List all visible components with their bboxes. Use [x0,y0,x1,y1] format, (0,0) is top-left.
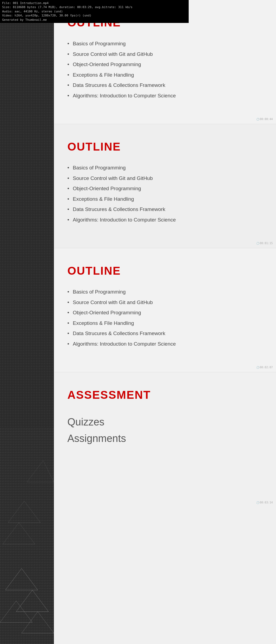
list-item: Data Strucures & Collections Framework [67,330,263,338]
metadata-bar: File: 001 Introduction.mp4 Size: 8118608… [0,0,189,23]
list-item: Source Control with Git and GitHub [67,175,263,182]
slide-2-timestamp: 🕐00:01:15 [256,242,273,245]
list-item: Basics of Programming [67,40,263,48]
list-item: Source Control with Git and GitHub [67,299,263,306]
list-item: Data Strucures & Collections Framework [67,81,263,89]
slide-1-list: Basics of Programming Source Control wit… [67,40,263,100]
main-content: OUTLINE Basics of Programming Source Con… [54,0,276,644]
list-item: Object-Oriented Programming [67,185,263,193]
list-item: Exceptions & File Handling [67,319,263,327]
clock-icon: 🕐 [256,366,259,369]
list-item: Algorithms: Introduction to Computer Sci… [67,92,263,100]
slide-panel-4: ASSESSMENT Quizzes Assignments 🕐00:03:14 [54,372,276,507]
metadata-line4: Video: h264, yuv420p, 1280x720, 30.00 fp… [2,13,187,18]
list-item: Assignments [67,431,263,446]
sidebar-decoration [0,428,54,644]
slide-panel-2: OUTLINE Basics of Programming Source Con… [54,124,276,248]
metadata-line3: Audio: aac, 44100 Hz, stereo (und) [2,9,187,13]
metadata-line1: File: 001 Introduction.mp4 [2,1,187,5]
list-item: Data Strucures & Collections Framework [67,206,263,213]
sidebar [0,0,54,644]
list-item: Source Control with Git and GitHub [67,50,263,58]
list-item: Quizzes [67,415,263,429]
clock-icon: 🕐 [256,242,259,245]
metadata-line2: Size: 8118608 bytes (7.74 MiB), duration… [2,5,187,9]
list-item: Exceptions & File Handling [67,195,263,203]
clock-icon: 🕐 [256,118,259,121]
list-item: Algorithms: Introduction to Computer Sci… [67,340,263,348]
slide-3-list: Basics of Programming Source Control wit… [67,288,263,348]
clock-icon: 🕐 [256,501,259,504]
slide-4-timestamp: 🕐00:03:14 [256,501,273,504]
slide-panel-3: OUTLINE Basics of Programming Source Con… [54,248,276,372]
slide-3-title: OUTLINE [67,264,263,277]
metadata-line5: Generated by Thumbnail.me [2,18,187,22]
list-item: Exceptions & File Handling [67,71,263,79]
slide-2-list: Basics of Programming Source Control wit… [67,164,263,224]
assessment-list: Quizzes Assignments [67,415,263,446]
slide-3-timestamp: 🕐00:02:07 [256,366,273,369]
slide-2-title: OUTLINE [67,140,263,153]
list-item: Algorithms: Introduction to Computer Sci… [67,216,263,224]
list-item: Basics of Programming [67,288,263,296]
slide-1-timestamp: 🕐00:00:44 [256,118,273,121]
list-item: Object-Oriented Programming [67,309,263,317]
list-item: Object-Oriented Programming [67,61,263,69]
slide-4-title: ASSESSMENT [67,389,263,401]
list-item: Basics of Programming [67,164,263,172]
